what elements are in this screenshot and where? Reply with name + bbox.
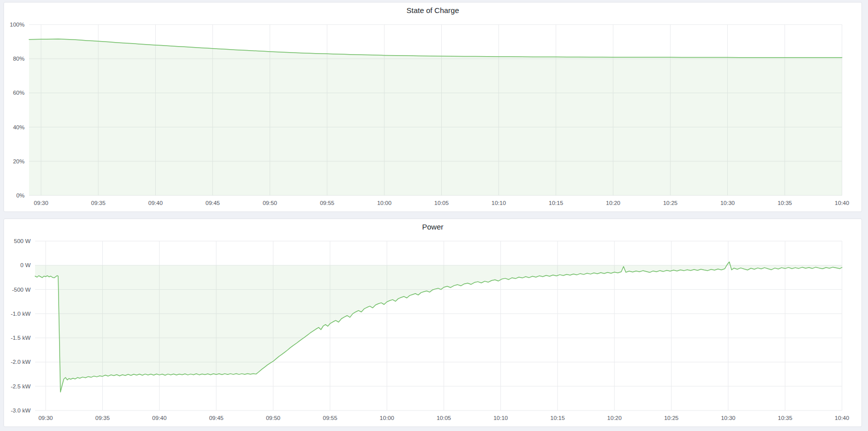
y-tick-label: 0 W <box>21 262 31 268</box>
y-tick-label: -1.0 kW <box>11 311 31 317</box>
x-tick-label: 09:40 <box>148 200 163 206</box>
x-tick-label: 10:25 <box>664 415 679 421</box>
x-tick-label: 10:30 <box>720 200 735 206</box>
x-tick-label: 09:30 <box>34 200 49 206</box>
y-tick-label: 500 W <box>14 238 31 244</box>
x-tick-label: 10:10 <box>491 200 506 206</box>
series-area <box>29 39 842 195</box>
x-tick-label: 10:05 <box>434 200 449 206</box>
panel-power: Power 500 W0 W-500 W-1.0 kW-1.5 kW-2.0 k… <box>4 219 862 427</box>
x-tick-label: 09:55 <box>323 415 338 421</box>
y-tick-label: -1.5 kW <box>11 335 31 341</box>
x-tick-label: 10:05 <box>437 415 451 421</box>
x-tick-label: 09:50 <box>262 200 277 206</box>
x-tick-label: 10:40 <box>835 200 849 206</box>
x-tick-label: 10:00 <box>380 415 394 421</box>
panel-title[interactable]: Power <box>4 222 861 232</box>
y-tick-label: 60% <box>13 90 25 96</box>
x-tick-label: 09:40 <box>152 415 167 421</box>
power-chart[interactable]: 500 W0 W-500 W-1.0 kW-1.5 kW-2.0 kW-2.5 … <box>4 219 861 426</box>
x-tick-label: 10:25 <box>663 200 678 206</box>
x-tick-label: 09:50 <box>266 415 280 421</box>
y-tick-label: 20% <box>13 158 25 164</box>
y-tick-label: 0% <box>16 192 25 198</box>
panel-title[interactable]: State of Charge <box>4 6 861 16</box>
x-tick-label: 10:35 <box>777 200 792 206</box>
y-tick-label: 80% <box>13 56 25 62</box>
x-tick-label: 10:15 <box>550 415 565 421</box>
x-tick-label: 09:35 <box>95 415 110 421</box>
x-tick-label: 09:35 <box>91 200 106 206</box>
y-tick-label: 40% <box>13 124 25 130</box>
series-area <box>35 262 842 392</box>
y-tick-label: -500 W <box>12 287 31 293</box>
state-of-charge-chart[interactable]: 100%80%60%40%20%0%09:3009:3509:4009:4509… <box>4 3 861 211</box>
x-tick-label: 10:30 <box>721 415 735 421</box>
y-tick-label: 100% <box>10 22 25 28</box>
x-tick-label: 09:45 <box>209 415 223 421</box>
x-tick-label: 09:30 <box>39 415 53 421</box>
y-tick-label: -2.5 kW <box>11 383 31 389</box>
x-tick-label: 10:15 <box>549 200 563 206</box>
x-tick-label: 10:20 <box>607 415 622 421</box>
x-tick-label: 10:20 <box>606 200 621 206</box>
x-tick-label: 10:10 <box>493 415 508 421</box>
x-tick-label: 09:55 <box>320 200 335 206</box>
panel-state-of-charge: State of Charge 100%80%60%40%20%0%09:300… <box>4 2 862 212</box>
x-tick-label: 10:35 <box>778 415 792 421</box>
y-tick-label: -2.0 kW <box>11 359 31 365</box>
x-tick-label: 10:40 <box>835 415 849 421</box>
x-tick-label: 09:45 <box>205 200 220 206</box>
y-tick-label: -3.0 kW <box>11 407 31 413</box>
x-tick-label: 10:00 <box>377 200 392 206</box>
